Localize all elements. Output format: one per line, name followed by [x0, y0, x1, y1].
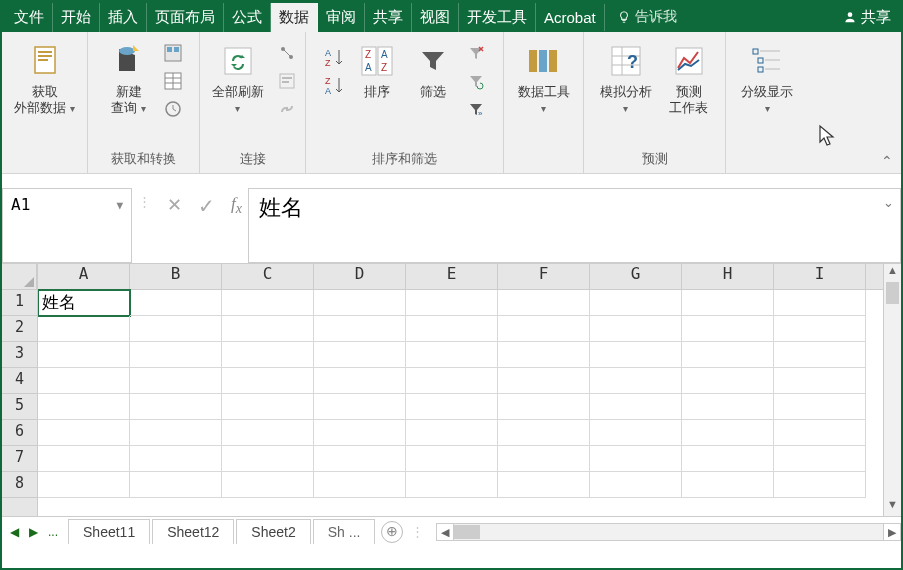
cell-I2[interactable] — [774, 316, 866, 342]
cell-D4[interactable] — [314, 368, 406, 394]
cell-F4[interactable] — [498, 368, 590, 394]
cell-C6[interactable] — [222, 420, 314, 446]
share-button[interactable]: 共享 — [833, 8, 901, 27]
scroll-right-icon[interactable]: ▶ — [883, 523, 901, 541]
horizontal-scroll-thumb[interactable] — [454, 525, 480, 539]
menu-formulas[interactable]: 公式 — [224, 3, 271, 32]
menu-developer[interactable]: 开发工具 — [459, 3, 536, 32]
row-header-5[interactable]: 5 — [2, 394, 37, 420]
cell-H3[interactable] — [682, 342, 774, 368]
cell-E4[interactable] — [406, 368, 498, 394]
menu-acrobat[interactable]: Acrobat — [536, 4, 605, 31]
cell-E2[interactable] — [406, 316, 498, 342]
from-table-icon[interactable] — [162, 70, 184, 92]
cell-E3[interactable] — [406, 342, 498, 368]
cell-C3[interactable] — [222, 342, 314, 368]
horizontal-scrollbar[interactable]: ◀ ▶ — [436, 523, 901, 541]
menu-page-layout[interactable]: 页面布局 — [147, 3, 224, 32]
menu-home[interactable]: 开始 — [53, 3, 100, 32]
cell-E6[interactable] — [406, 420, 498, 446]
name-box[interactable]: A1 ▼ — [2, 188, 132, 263]
connections-icon[interactable] — [276, 42, 298, 64]
cell-I1[interactable] — [774, 290, 866, 316]
cell-A6[interactable] — [38, 420, 130, 446]
cell-C7[interactable] — [222, 446, 314, 472]
cell-A7[interactable] — [38, 446, 130, 472]
column-header-B[interactable]: B — [130, 264, 222, 289]
properties-icon[interactable] — [276, 70, 298, 92]
column-header-H[interactable]: H — [682, 264, 774, 289]
cell-B1[interactable] — [130, 290, 222, 316]
enter-icon[interactable]: ✓ — [198, 194, 215, 218]
column-header-I[interactable]: I — [774, 264, 866, 289]
cell-H7[interactable] — [682, 446, 774, 472]
cell-H2[interactable] — [682, 316, 774, 342]
data-tools-button[interactable]: 数据工具▾ — [510, 36, 578, 119]
new-sheet-button[interactable]: ⊕ — [381, 521, 403, 543]
column-header-C[interactable]: C — [222, 264, 314, 289]
row-header-6[interactable]: 6 — [2, 420, 37, 446]
column-header-F[interactable]: F — [498, 264, 590, 289]
cell-G5[interactable] — [590, 394, 682, 420]
cell-B2[interactable] — [130, 316, 222, 342]
sort-button[interactable]: ZAAZ 排序 — [349, 36, 405, 104]
scroll-left-icon[interactable]: ◀ — [436, 523, 454, 541]
cell-D2[interactable] — [314, 316, 406, 342]
cell-C4[interactable] — [222, 368, 314, 394]
sort-asc-icon[interactable]: AZ — [323, 46, 345, 68]
cell-B7[interactable] — [130, 446, 222, 472]
menu-insert[interactable]: 插入 — [100, 3, 147, 32]
recent-sources-icon[interactable] — [162, 98, 184, 120]
cell-F3[interactable] — [498, 342, 590, 368]
cell-F7[interactable] — [498, 446, 590, 472]
forecast-sheet-button[interactable]: 预测 工作表 — [660, 36, 718, 119]
edit-links-icon[interactable] — [276, 98, 298, 120]
cell-C1[interactable] — [222, 290, 314, 316]
menu-view[interactable]: 视图 — [412, 3, 459, 32]
cell-D6[interactable] — [314, 420, 406, 446]
cell-I6[interactable] — [774, 420, 866, 446]
scroll-up-icon[interactable]: ▲ — [884, 264, 901, 282]
expand-formula-bar-icon[interactable]: ⌄ — [883, 195, 894, 211]
refresh-all-button[interactable]: 全部刷新▾ — [204, 36, 272, 119]
cell-D5[interactable] — [314, 394, 406, 420]
sort-desc-icon[interactable]: ZA — [323, 74, 345, 96]
cell-E1[interactable] — [406, 290, 498, 316]
cell-C5[interactable] — [222, 394, 314, 420]
cell-I5[interactable] — [774, 394, 866, 420]
cell-A4[interactable] — [38, 368, 130, 394]
select-all-corner[interactable] — [2, 264, 37, 290]
filter-button[interactable]: 筛选 — [405, 36, 461, 104]
menu-data[interactable]: 数据 — [271, 3, 318, 32]
cell-G4[interactable] — [590, 368, 682, 394]
advanced-filter-icon[interactable]: » — [465, 98, 487, 120]
cell-B3[interactable] — [130, 342, 222, 368]
cell-G2[interactable] — [590, 316, 682, 342]
column-header-D[interactable]: D — [314, 264, 406, 289]
column-header-A[interactable]: A — [38, 264, 130, 289]
cell-G1[interactable] — [590, 290, 682, 316]
menu-review[interactable]: 审阅 — [318, 3, 365, 32]
cell-D1[interactable] — [314, 290, 406, 316]
cell-F6[interactable] — [498, 420, 590, 446]
sheet-tab-1[interactable]: Sheet12 — [152, 519, 234, 544]
cell-E8[interactable] — [406, 472, 498, 498]
new-query-button[interactable]: 新建 查询 ▾ — [100, 36, 158, 119]
get-external-data-button[interactable]: 获取 外部数据 ▾ — [6, 36, 83, 119]
row-header-7[interactable]: 7 — [2, 446, 37, 472]
name-box-dropdown-icon[interactable]: ▼ — [116, 195, 123, 212]
row-header-2[interactable]: 2 — [2, 316, 37, 342]
cell-G8[interactable] — [590, 472, 682, 498]
reapply-filter-icon[interactable] — [465, 70, 487, 92]
vertical-scrollbar[interactable]: ▲ ▼ — [883, 264, 901, 516]
menu-file[interactable]: 文件 — [2, 3, 53, 32]
formula-options-icon[interactable]: ⋮ — [138, 194, 151, 209]
sheet-tab-0[interactable]: Sheet11 — [68, 519, 150, 544]
cell-A8[interactable] — [38, 472, 130, 498]
cell-B8[interactable] — [130, 472, 222, 498]
tab-nav-prev-icon[interactable]: ▶ — [29, 525, 38, 539]
cell-B5[interactable] — [130, 394, 222, 420]
cell-H4[interactable] — [682, 368, 774, 394]
cell-H5[interactable] — [682, 394, 774, 420]
sheet-tab-3[interactable]: Sh ... — [313, 519, 376, 544]
